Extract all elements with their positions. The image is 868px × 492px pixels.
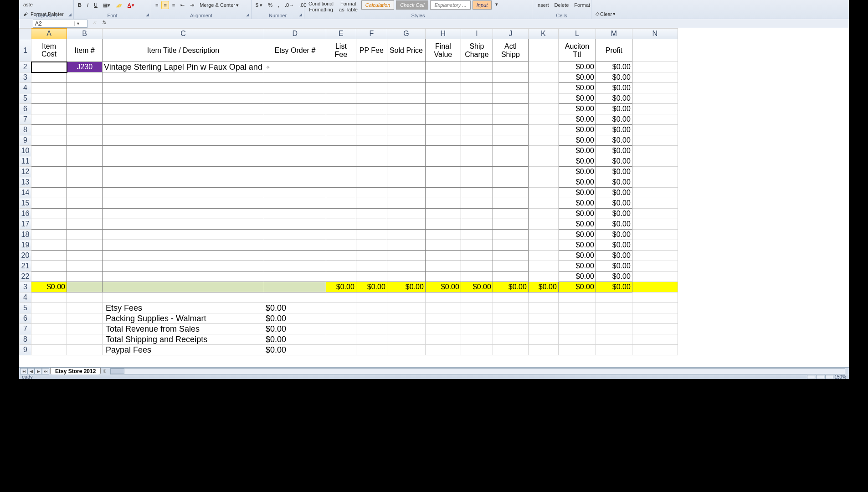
- cell-J28[interactable]: [493, 334, 528, 345]
- cell-C10[interactable]: [103, 146, 264, 156]
- cell-I7[interactable]: [461, 114, 493, 125]
- cell-K6[interactable]: [528, 104, 558, 114]
- increase-indent-button[interactable]: ⇥: [188, 1, 196, 10]
- cell-D20[interactable]: [264, 251, 326, 261]
- cell-N17[interactable]: [632, 219, 678, 230]
- cell-C20[interactable]: [103, 251, 264, 261]
- cell-M23[interactable]: $0.00: [596, 282, 632, 292]
- cell-D4[interactable]: [264, 83, 326, 93]
- cell-B28[interactable]: [67, 334, 103, 345]
- cell-N7[interactable]: [632, 114, 678, 125]
- cell-A11[interactable]: [31, 156, 67, 167]
- cell-B4[interactable]: [67, 83, 103, 93]
- cell-N10[interactable]: [632, 146, 678, 156]
- cell-B18[interactable]: [67, 230, 103, 240]
- cell-B23[interactable]: [67, 282, 103, 292]
- cell-K12[interactable]: [528, 167, 558, 177]
- cell-J14[interactable]: [493, 188, 528, 198]
- cell-E6[interactable]: [326, 104, 356, 114]
- cell-E26[interactable]: [326, 313, 356, 324]
- row-header-27[interactable]: 7: [20, 324, 31, 334]
- row-header-26[interactable]: 6: [20, 313, 31, 324]
- cell-E7[interactable]: [326, 114, 356, 125]
- cell-E14[interactable]: [326, 188, 356, 198]
- cell-N11[interactable]: [632, 156, 678, 167]
- sheet-nav-next[interactable]: ▶: [35, 368, 42, 374]
- cell-E2[interactable]: [326, 62, 356, 72]
- cell-B27[interactable]: [67, 324, 103, 334]
- cell-J12[interactable]: [493, 167, 528, 177]
- cell-G12[interactable]: [387, 167, 425, 177]
- cell-A22[interactable]: [31, 272, 67, 282]
- cell-I9[interactable]: [461, 135, 493, 146]
- cell-C6[interactable]: [103, 104, 264, 114]
- cell-F13[interactable]: [356, 177, 387, 188]
- cell-M11[interactable]: $0.00: [596, 156, 632, 167]
- cell-N14[interactable]: [632, 188, 678, 198]
- row-header-20[interactable]: 20: [20, 251, 31, 261]
- cell-M6[interactable]: $0.00: [596, 104, 632, 114]
- conditional-formatting-button[interactable]: ConditionalFormatting: [306, 0, 336, 13]
- cell-J18[interactable]: [493, 230, 528, 240]
- font-color-button[interactable]: A▾: [125, 1, 137, 10]
- style-input[interactable]: Input: [473, 0, 492, 10]
- header-cell-K[interactable]: [528, 39, 558, 62]
- view-layout-button[interactable]: [816, 375, 824, 379]
- cell-F16[interactable]: [356, 209, 387, 219]
- cell-B11[interactable]: [67, 156, 103, 167]
- currency-button[interactable]: $ ▾: [253, 1, 265, 10]
- cell-F18[interactable]: [356, 230, 387, 240]
- cell-M25[interactable]: [596, 303, 632, 313]
- row-header-19[interactable]: 19: [20, 240, 31, 251]
- cell-D28[interactable]: $0.00: [264, 334, 326, 345]
- cell-L9[interactable]: $0.00: [558, 135, 596, 146]
- cell-K7[interactable]: [528, 114, 558, 125]
- cell-L16[interactable]: $0.00: [558, 209, 596, 219]
- cell-J25[interactable]: [493, 303, 528, 313]
- cell-A17[interactable]: [31, 219, 67, 230]
- cell-D15[interactable]: [264, 198, 326, 209]
- cell-A23[interactable]: $0.00: [31, 282, 67, 292]
- cell-B17[interactable]: [67, 219, 103, 230]
- cell-B12[interactable]: [67, 167, 103, 177]
- cell-I29[interactable]: [461, 345, 493, 355]
- cell-A18[interactable]: [31, 230, 67, 240]
- cell-I11[interactable]: [461, 156, 493, 167]
- cell-L13[interactable]: $0.00: [558, 177, 596, 188]
- cell-G22[interactable]: [387, 272, 425, 282]
- cell-K22[interactable]: [528, 272, 558, 282]
- cell-B2[interactable]: J230: [67, 62, 103, 72]
- cell-M27[interactable]: [596, 324, 632, 334]
- name-box[interactable]: ▼: [33, 20, 87, 28]
- column-header-B[interactable]: B: [67, 29, 103, 39]
- cell-C22[interactable]: [103, 272, 264, 282]
- alignment-launcher[interactable]: ◢: [245, 12, 250, 18]
- cell-N8[interactable]: [632, 125, 678, 135]
- cell-D16[interactable]: [264, 209, 326, 219]
- cell-C15[interactable]: [103, 198, 264, 209]
- cell-M2[interactable]: $0.00: [596, 62, 632, 72]
- cell-A19[interactable]: [31, 240, 67, 251]
- column-header-K[interactable]: K: [528, 29, 558, 39]
- cell-D22[interactable]: [264, 272, 326, 282]
- cell-E13[interactable]: [326, 177, 356, 188]
- cell-J19[interactable]: [493, 240, 528, 251]
- cell-A21[interactable]: [31, 261, 67, 272]
- cell-K24[interactable]: [528, 292, 558, 303]
- cell-E19[interactable]: [326, 240, 356, 251]
- cell-F11[interactable]: [356, 156, 387, 167]
- cell-K23[interactable]: $0.00: [528, 282, 558, 292]
- cell-A6[interactable]: [31, 104, 67, 114]
- cell-A15[interactable]: [31, 198, 67, 209]
- row-header-6[interactable]: 6: [20, 104, 31, 114]
- cell-J4[interactable]: [493, 83, 528, 93]
- cell-B16[interactable]: [67, 209, 103, 219]
- cell-F4[interactable]: [356, 83, 387, 93]
- cell-I26[interactable]: [461, 313, 493, 324]
- cell-J13[interactable]: [493, 177, 528, 188]
- column-header-C[interactable]: C: [103, 29, 264, 39]
- cell-H9[interactable]: [425, 135, 461, 146]
- cell-F24[interactable]: [356, 292, 387, 303]
- column-header-N[interactable]: N: [632, 29, 678, 39]
- cell-B19[interactable]: [67, 240, 103, 251]
